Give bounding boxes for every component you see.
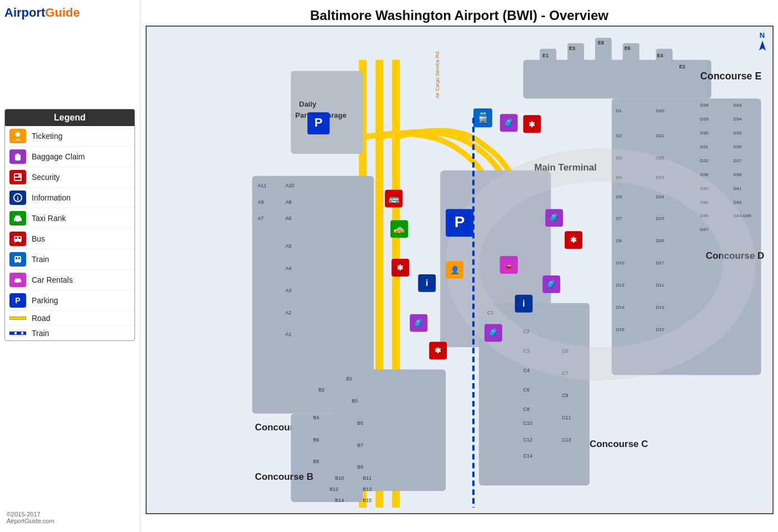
legend-item-car: Car Rentals bbox=[5, 270, 134, 290]
svg-point-5 bbox=[18, 174, 21, 177]
trainline-label: Train bbox=[32, 329, 49, 338]
legend-title: Legend bbox=[5, 109, 134, 126]
svg-text:D7: D7 bbox=[616, 216, 622, 221]
svg-text:🧳: 🧳 bbox=[503, 117, 514, 128]
svg-text:Air Cargo Service Rd.: Air Cargo Service Rd. bbox=[435, 51, 440, 99]
baggage-label: Baggage Claim bbox=[32, 152, 85, 161]
svg-text:👤: 👤 bbox=[450, 265, 460, 275]
information-label: Information bbox=[32, 193, 71, 202]
svg-text:D26: D26 bbox=[656, 238, 664, 243]
svg-text:i: i bbox=[17, 195, 18, 202]
svg-text:D29: D29 bbox=[700, 117, 709, 122]
security-icon bbox=[9, 170, 26, 184]
svg-text:E4: E4 bbox=[657, 53, 663, 58]
svg-text:D30: D30 bbox=[700, 131, 709, 135]
legend-item-road: Road bbox=[5, 311, 134, 326]
svg-text:E6: E6 bbox=[624, 46, 630, 51]
svg-text:A11: A11 bbox=[257, 183, 266, 188]
information-icon: i bbox=[9, 190, 26, 205]
svg-text:✱: ✱ bbox=[435, 346, 441, 355]
svg-text:C14: C14 bbox=[523, 453, 532, 459]
baggage-icon bbox=[9, 149, 26, 164]
svg-text:D28: D28 bbox=[700, 103, 709, 108]
ticketing-label: Ticketing bbox=[32, 132, 63, 140]
svg-rect-2 bbox=[17, 153, 19, 155]
svg-text:C6: C6 bbox=[523, 387, 529, 393]
svg-text:D34: D34 bbox=[733, 117, 741, 122]
map-area: Baltimore Washington Airport (BWI) - Ove… bbox=[141, 0, 778, 532]
svg-text:E1: E1 bbox=[542, 53, 548, 58]
svg-text:P: P bbox=[15, 296, 20, 305]
svg-text:D39: D39 bbox=[733, 172, 741, 177]
svg-point-9 bbox=[15, 221, 17, 223]
legend-item-security: Security bbox=[5, 167, 134, 188]
svg-text:D14: D14 bbox=[616, 305, 624, 310]
north-arrow: N bbox=[758, 31, 767, 53]
svg-text:🧳: 🧳 bbox=[548, 212, 560, 223]
train-label: Train bbox=[32, 255, 49, 264]
svg-text:D10: D10 bbox=[616, 260, 624, 265]
svg-point-22 bbox=[19, 282, 21, 284]
svg-text:D27: D27 bbox=[656, 260, 664, 265]
bus-icon bbox=[9, 232, 26, 246]
svg-text:C13: C13 bbox=[562, 437, 571, 443]
svg-text:D36: D36 bbox=[733, 144, 741, 149]
svg-text:D20: D20 bbox=[656, 108, 664, 113]
svg-point-14 bbox=[15, 241, 17, 243]
car-icon bbox=[9, 273, 26, 287]
svg-text:P: P bbox=[454, 213, 465, 230]
svg-text:A7: A7 bbox=[257, 215, 263, 221]
svg-rect-16 bbox=[14, 256, 21, 262]
svg-text:C11: C11 bbox=[562, 415, 571, 420]
copyright: ©2015-2017AirportGuide.com bbox=[4, 509, 57, 526]
airport-map-svg: BWI Departures Air Cargo Service Rd. Mai… bbox=[147, 27, 772, 513]
legend-item-information: i Information bbox=[5, 188, 134, 208]
svg-point-20 bbox=[19, 262, 21, 263]
map-title: Baltimore Washington Airport (BWI) - Ove… bbox=[310, 0, 609, 26]
train-icon bbox=[9, 252, 26, 267]
legend-item-baggage: Baggage Claim bbox=[5, 147, 134, 167]
svg-text:D35: D35 bbox=[733, 131, 741, 135]
svg-text:🚗: 🚗 bbox=[505, 261, 513, 269]
legend-item-parking: P Parking bbox=[5, 290, 134, 311]
svg-text:Concourse C: Concourse C bbox=[589, 439, 647, 449]
svg-rect-101 bbox=[291, 414, 362, 502]
map-container: N BWI Departures Air Cargo Service Rd. bbox=[146, 26, 774, 514]
parking-label: Parking bbox=[32, 296, 58, 305]
svg-text:A2: A2 bbox=[285, 310, 291, 315]
svg-text:🧳: 🧳 bbox=[413, 318, 424, 328]
svg-text:i: i bbox=[426, 278, 428, 288]
svg-point-19 bbox=[15, 262, 17, 263]
svg-text:D33: D33 bbox=[733, 103, 741, 108]
security-label: Security bbox=[32, 173, 60, 182]
svg-text:B8: B8 bbox=[313, 459, 319, 464]
svg-text:D32: D32 bbox=[700, 158, 709, 163]
svg-text:D15: D15 bbox=[656, 327, 664, 332]
svg-text:D47: D47 bbox=[700, 227, 709, 232]
svg-text:D8: D8 bbox=[616, 238, 622, 243]
svg-text:E3: E3 bbox=[569, 46, 575, 51]
svg-text:C9: C9 bbox=[562, 393, 568, 398]
svg-text:D11: D11 bbox=[656, 283, 664, 288]
svg-rect-11 bbox=[14, 236, 22, 242]
logo-area: AirportGuide bbox=[4, 6, 136, 20]
svg-text:B10: B10 bbox=[335, 475, 344, 481]
svg-text:D25: D25 bbox=[656, 216, 664, 221]
svg-text:A9: A9 bbox=[257, 199, 263, 205]
bus-label: Bus bbox=[32, 234, 45, 243]
legend-item-bus: Bus bbox=[5, 229, 134, 249]
svg-text:C12: C12 bbox=[523, 437, 532, 443]
svg-text:🧳: 🧳 bbox=[546, 279, 557, 289]
svg-text:🚌: 🚌 bbox=[388, 193, 399, 204]
legend-box: Legend Ticketing Baggage Claim Security … bbox=[4, 109, 135, 341]
svg-point-0 bbox=[16, 132, 20, 137]
svg-text:Concourse B: Concourse B bbox=[255, 471, 313, 482]
svg-text:D37: D37 bbox=[733, 158, 741, 163]
legend-item-train: Train bbox=[5, 249, 134, 270]
svg-text:B6: B6 bbox=[313, 437, 319, 443]
svg-text:D16: D16 bbox=[616, 327, 624, 332]
svg-rect-1 bbox=[15, 154, 21, 160]
road-line-icon bbox=[9, 317, 26, 320]
svg-text:🧳: 🧳 bbox=[487, 327, 498, 338]
svg-text:B9: B9 bbox=[357, 464, 363, 470]
